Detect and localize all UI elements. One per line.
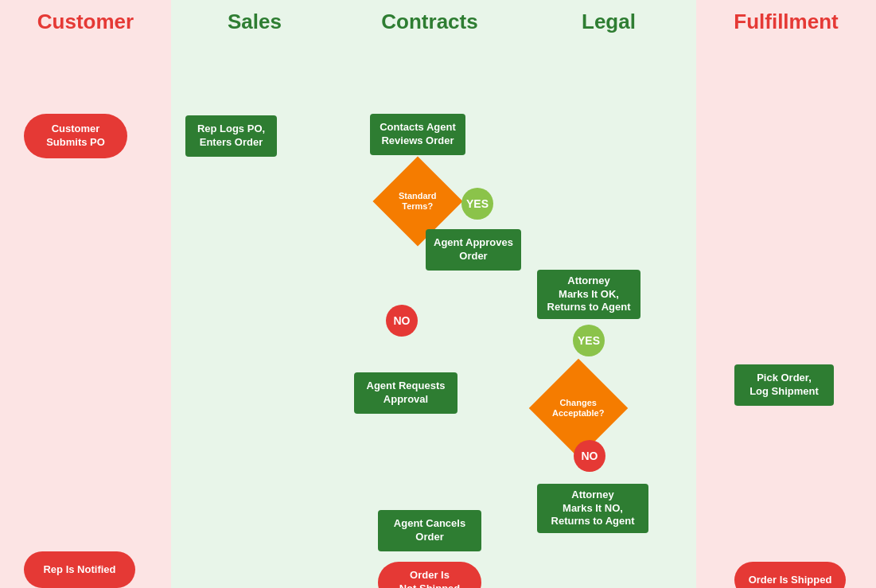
no-circle-1: NO	[386, 305, 418, 337]
sales-header: Sales	[171, 0, 338, 42]
contracts-header: Contracts	[338, 0, 521, 42]
agent-approves: Agent Approves Order	[426, 229, 521, 271]
yes-circle-1: YES	[461, 188, 493, 220]
rep-logs-po: Rep Logs PO, Enters Order	[185, 115, 277, 157]
fulfillment-header: Fulfillment	[696, 0, 876, 42]
no-circle-2: NO	[574, 440, 605, 472]
diagram-container: Customer Customer Submits PO Rep Is Noti…	[0, 0, 876, 588]
attorney-ok: Attorney Marks It OK, Returns to Agent	[537, 270, 640, 319]
agent-requests-approval: Agent Requests Approval	[354, 372, 457, 414]
attorney-no: Attorney Marks It NO, Returns to Agent	[537, 484, 648, 533]
yes-circle-2: YES	[573, 325, 605, 356]
customer-body: Customer Submits PO Rep Is Notified	[0, 42, 171, 588]
pick-order: Pick Order, Log Shipment	[734, 364, 834, 406]
lane-sales: Sales Rep Logs PO, Enters Order	[171, 0, 338, 588]
contracts-body: Contacts Agent Reviews Order Standard Te…	[338, 42, 521, 588]
lane-legal: Legal Attorney Marks It OK, Returns to A…	[521, 0, 696, 588]
legal-header: Legal	[521, 0, 696, 42]
customer-header: Customer	[0, 0, 171, 42]
order-shipped: Order Is Shipped	[734, 562, 846, 588]
customer-submits-po: Customer Submits PO	[24, 114, 127, 158]
order-not-shipped: Order Is Not Shipped	[378, 562, 481, 588]
lane-contracts: Contracts Contacts Agent Reviews Order S…	[338, 0, 521, 588]
contacts-agent: Contacts Agent Reviews Order	[370, 114, 465, 155]
legal-body: Attorney Marks It OK, Returns to Agent Y…	[521, 42, 696, 588]
lane-customer: Customer Customer Submits PO Rep Is Noti…	[0, 0, 171, 588]
sales-body: Rep Logs PO, Enters Order	[171, 42, 338, 588]
fulfillment-body: Pick Order, Log Shipment Order Is Shippe…	[696, 42, 876, 588]
rep-is-notified: Rep Is Notified	[24, 551, 135, 588]
changes-acceptable-diamond: Changes Acceptable?	[529, 359, 628, 458]
agent-cancels-order: Agent Cancels Order	[378, 510, 481, 551]
lane-fulfillment: Fulfillment Pick Order, Log Shipment Ord…	[696, 0, 876, 588]
